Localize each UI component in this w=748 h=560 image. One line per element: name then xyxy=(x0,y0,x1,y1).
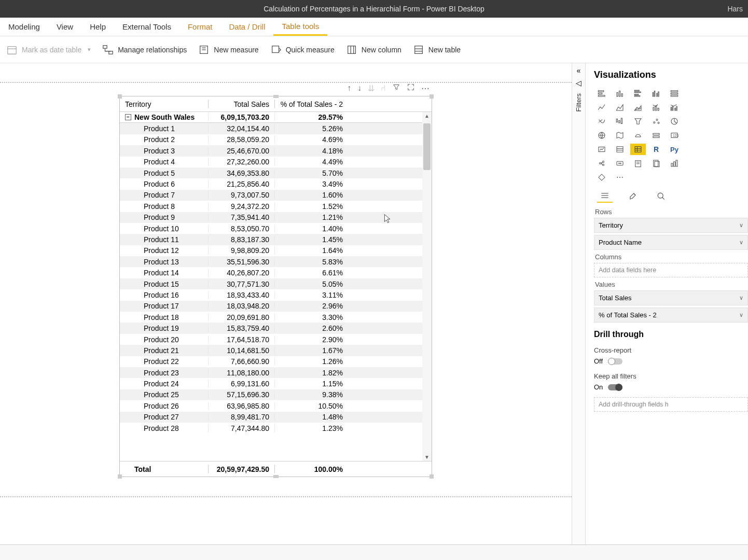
drill-up-icon[interactable]: ↑ xyxy=(347,83,351,93)
qa-visual-icon[interactable] xyxy=(630,158,646,169)
new-measure-button[interactable]: New measure xyxy=(198,44,258,55)
matrix-visual-icon[interactable] xyxy=(630,144,646,155)
new-table-button[interactable]: New table xyxy=(413,44,461,55)
matrix-data-row[interactable]: Product 227,66,660.901.26% xyxy=(120,356,432,367)
kpi-icon[interactable] xyxy=(594,144,610,155)
vertical-scrollbar[interactable]: ▲ ▼ xyxy=(422,112,432,461)
matrix-group-row[interactable]: −New South Wales6,09,15,703.2029.57% xyxy=(120,112,432,123)
menu-external-tools[interactable]: External Tools xyxy=(114,18,179,36)
matrix-data-row[interactable]: Product 1335,51,596.305.83% xyxy=(120,256,432,267)
cross-report-toggle[interactable] xyxy=(608,358,622,365)
values-field-total-sales[interactable]: Total Sales ∨ xyxy=(594,290,748,305)
rows-field-product-name[interactable]: Product Name ∨ xyxy=(594,235,748,250)
matrix-data-row[interactable]: Product 325,46,670.004.18% xyxy=(120,145,432,156)
matrix-data-row[interactable]: Product 1440,26,807.206.61% xyxy=(120,267,432,278)
values-field-pct[interactable]: % of Total Sales - 2 ∨ xyxy=(594,307,748,323)
matrix-data-row[interactable]: Product 108,53,050.701.40% xyxy=(120,223,432,234)
funnel-chart-icon[interactable] xyxy=(630,116,646,127)
card-icon[interactable]: 123 xyxy=(667,130,682,141)
scroll-up-arrow-icon[interactable]: ▲ xyxy=(424,113,430,119)
matrix-data-row[interactable]: Product 129,98,809.201.64% xyxy=(120,245,432,256)
collapse-chevron-icon[interactable]: « xyxy=(577,66,581,75)
matrix-data-row[interactable]: Product 79,73,007.501.60% xyxy=(120,190,432,201)
scrollbar-thumb[interactable] xyxy=(423,123,431,170)
hundred-stacked-bar-icon[interactable] xyxy=(667,88,682,99)
arcgis-icon[interactable] xyxy=(667,158,682,169)
waterfall-chart-icon[interactable] xyxy=(612,116,628,127)
analytics-tab-icon[interactable] xyxy=(653,189,669,203)
new-column-button[interactable]: New column xyxy=(346,44,401,55)
quick-measure-button[interactable]: Quick measure xyxy=(270,44,335,55)
manage-relationships-button[interactable]: Manage relationships xyxy=(102,44,187,55)
menu-format[interactable]: Format xyxy=(179,18,221,36)
scroll-down-arrow-icon[interactable]: ▼ xyxy=(424,454,430,460)
line-clustered-column-icon[interactable] xyxy=(667,102,682,113)
stacked-bar-chart-icon[interactable] xyxy=(594,88,610,99)
chevron-down-icon[interactable]: ∨ xyxy=(739,295,743,301)
scatter-chart-icon[interactable] xyxy=(648,116,664,127)
line-stacked-column-icon[interactable] xyxy=(648,102,664,113)
matrix-data-row[interactable]: Product 1718,03,948.202.96% xyxy=(120,301,432,312)
paginated-report-icon[interactable] xyxy=(648,158,664,169)
matrix-data-row[interactable]: Product 2557,15,696.309.38% xyxy=(120,389,432,400)
chevron-down-icon[interactable]: ∨ xyxy=(739,239,743,246)
pie-chart-icon[interactable] xyxy=(667,116,682,127)
matrix-data-row[interactable]: Product 427,32,260.004.49% xyxy=(120,157,432,167)
matrix-data-row[interactable]: Product 1820,09,691.803.30% xyxy=(120,312,432,323)
more-visuals-icon[interactable]: ⋯ xyxy=(612,172,628,183)
stacked-column-chart-icon[interactable] xyxy=(612,88,628,99)
bookmark-icon[interactable]: ◁ xyxy=(576,79,581,87)
drill-through-field-well[interactable]: Add drill-through fields h xyxy=(594,397,748,412)
columns-field-well[interactable]: Add data fields here xyxy=(594,263,748,277)
matrix-data-row[interactable]: Product 132,04,154.405.26% xyxy=(120,123,432,134)
matrix-data-row[interactable]: Product 278,99,481.701.48% xyxy=(120,412,432,423)
chevron-down-icon[interactable]: ∨ xyxy=(739,312,743,318)
powerapps-icon[interactable] xyxy=(594,172,610,183)
rows-field-territory[interactable]: Territory ∨ xyxy=(594,218,748,233)
header-total-sales[interactable]: Total Sales xyxy=(208,100,274,108)
menu-help[interactable]: Help xyxy=(81,18,114,36)
focus-mode-icon[interactable] xyxy=(407,83,415,93)
shape-map-icon[interactable] xyxy=(630,130,646,141)
map-icon[interactable] xyxy=(594,130,610,141)
filters-pane-collapsed[interactable]: « ◁ Filters xyxy=(572,63,585,560)
area-chart-icon[interactable] xyxy=(612,102,628,113)
report-canvas[interactable]: ↑ ↓ ⇊ ⑁ ⋯ Territory Total Sales % of Tot… xyxy=(0,63,572,560)
collapse-icon[interactable]: − xyxy=(125,114,131,120)
matrix-data-row[interactable]: Product 2311,08,180.001.82% xyxy=(120,367,432,378)
matrix-data-row[interactable]: Product 228,58,059.204.69% xyxy=(120,134,432,145)
keep-filters-toggle[interactable] xyxy=(608,384,622,390)
matrix-data-row[interactable]: Product 1530,77,571.305.05% xyxy=(120,278,432,289)
matrix-data-row[interactable]: Product 287,47,344.801.23% xyxy=(120,423,432,433)
format-tab-icon[interactable] xyxy=(625,189,641,203)
header-pct[interactable]: % of Total Sales - 2 xyxy=(274,100,348,108)
matrix-data-row[interactable]: Product 2663,96,985.8010.50% xyxy=(120,400,432,411)
decomposition-tree-icon[interactable] xyxy=(612,158,628,169)
fields-tab-icon[interactable] xyxy=(597,189,613,203)
menu-view[interactable]: View xyxy=(48,18,81,36)
clustered-column-chart-icon[interactable] xyxy=(648,88,664,99)
line-chart-icon[interactable] xyxy=(594,102,610,113)
chevron-down-icon[interactable]: ∨ xyxy=(739,222,743,229)
matrix-data-row[interactable]: Product 534,69,353.805.70% xyxy=(120,167,432,178)
filter-icon[interactable] xyxy=(392,83,400,93)
table-visual-icon[interactable] xyxy=(612,144,628,155)
more-options-icon[interactable]: ⋯ xyxy=(421,83,430,93)
matrix-visual[interactable]: ↑ ↓ ⇊ ⑁ ⋯ Territory Total Sales % of Tot… xyxy=(119,96,432,477)
matrix-data-row[interactable]: Product 118,83,187.301.45% xyxy=(120,234,432,245)
menu-data-drill[interactable]: Data / Drill xyxy=(220,18,273,36)
r-visual-icon[interactable]: R xyxy=(648,144,664,155)
filled-map-icon[interactable] xyxy=(612,130,628,141)
ribbon-chart-icon[interactable] xyxy=(594,116,610,127)
header-territory[interactable]: Territory xyxy=(120,100,208,108)
menu-table-tools[interactable]: Table tools xyxy=(273,18,327,36)
python-visual-icon[interactable]: Py xyxy=(667,144,682,155)
drill-down-icon[interactable]: ↓ xyxy=(357,83,362,93)
matrix-data-row[interactable]: Product 2110,14,681.501.67% xyxy=(120,345,432,356)
matrix-data-row[interactable]: Product 621,25,856.403.49% xyxy=(120,178,432,189)
matrix-data-row[interactable]: Product 2017,64,518.702.90% xyxy=(120,334,432,345)
matrix-data-row[interactable]: Product 1915,83,759.402.60% xyxy=(120,323,432,333)
stacked-area-chart-icon[interactable] xyxy=(630,102,646,113)
key-influencers-icon[interactable] xyxy=(594,158,610,169)
matrix-data-row[interactable]: Product 246,99,131.601.15% xyxy=(120,378,432,389)
